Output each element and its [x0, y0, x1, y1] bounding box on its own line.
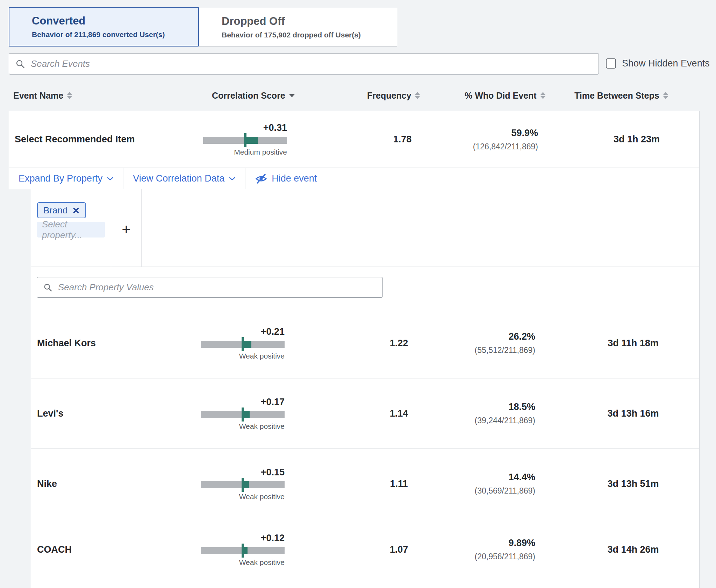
add-property-button[interactable]: + [122, 222, 131, 237]
property-name-cell: COACH [37, 519, 72, 580]
property-name-cell: Levi's [37, 378, 63, 448]
tab-dropped-off[interactable]: Dropped Off Behavior of 175,902 dropped … [199, 8, 397, 47]
column-header-correlation-score[interactable]: Correlation Score [212, 88, 295, 102]
correlation-cell: +0.21 Weak positive [201, 308, 285, 378]
correlation-cell: +0.15 Weak positive [201, 449, 285, 519]
search-icon [15, 59, 25, 69]
search-property-values-box [37, 277, 383, 298]
property-chip-cell: Brand Select property... [31, 189, 111, 267]
time-between-steps-value: 3d 1h 23m [584, 134, 689, 145]
correlation-bar [201, 411, 285, 418]
correlation-bar [201, 341, 285, 348]
frequency-value: 1.11 [364, 479, 434, 489]
hide-event-label: Hide event [272, 173, 317, 184]
column-header-label: Event Name [13, 91, 63, 101]
correlation-value: +0.21 [201, 326, 285, 337]
tab-converted-subtitle: Behavior of 211,869 converted User(s) [32, 30, 198, 39]
main-correlation-segment [245, 137, 258, 144]
column-header-label: Correlation Score [212, 91, 285, 101]
correlation-zero-tick [242, 478, 244, 492]
correlation-zero-tick [242, 544, 244, 558]
search-events-input[interactable] [31, 58, 592, 69]
column-header-percent-who-did-event[interactable]: % Who Did Event [465, 88, 545, 102]
time-between-steps-cell: 3d 13h 16m [581, 378, 686, 448]
property-value-search-area [31, 267, 699, 308]
correlation-strength-label: Weak positive [201, 352, 285, 360]
tab-converted-title: Converted [32, 15, 198, 27]
property-value-rows: Michael Kors +0.21 Weak positive 1.22 26… [31, 308, 699, 580]
property-value-row: Levi's +0.17 Weak positive 1.14 18.5% (3… [31, 378, 699, 449]
correlation-strength-label: Medium positive [203, 148, 287, 156]
correlation-cell: +0.12 Weak positive [201, 519, 285, 580]
tab-dropped-off-subtitle: Behavior of 175,902 dropped off User(s) [222, 31, 397, 39]
frequency-cell: 1.11 [364, 449, 434, 519]
time-between-steps-cell: 3d 13h 51m [581, 449, 686, 519]
time-between-steps-cell: 3d 1h 23m [584, 111, 689, 168]
time-between-steps-value: 3d 13h 51m [581, 479, 686, 489]
correlation-cell: +0.17 Weak positive [201, 378, 285, 448]
view-correlation-data-button[interactable]: View Correlation Data [123, 168, 245, 189]
expand-by-property-button[interactable]: Expand By Property [9, 168, 123, 189]
correlation-zero-tick [242, 337, 244, 351]
percent-cell: 14.4% (30,569/211,869) [430, 449, 535, 519]
percent-cell: 18.5% (39,244/211,869) [430, 378, 535, 448]
expand-by-property-label: Expand By Property [19, 173, 102, 184]
search-events-box [9, 53, 599, 75]
search-property-values-input[interactable] [58, 282, 376, 293]
correlation-zero-tick [244, 133, 246, 147]
column-header-label: % Who Did Event [465, 91, 537, 101]
property-name: Levi's [37, 408, 63, 419]
time-between-steps-cell: 3d 14h 26m [581, 519, 686, 580]
column-header-frequency[interactable]: Frequency [367, 88, 420, 102]
hide-event-button[interactable]: Hide event [245, 168, 326, 189]
percent-value: 59.9% [433, 128, 538, 139]
time-between-steps-cell: 3d 11h 18m [581, 308, 686, 378]
property-name-cell: Michael Kors [37, 308, 96, 378]
eye-slash-icon [255, 173, 267, 184]
correlation-zero-tick [242, 408, 244, 421]
sort-icon [540, 92, 545, 99]
property-chip-brand[interactable]: Brand [37, 202, 86, 218]
time-between-steps-value: 3d 14h 26m [581, 544, 686, 555]
sort-icon [415, 92, 420, 99]
show-hidden-events-toggle[interactable]: Show Hidden Events [606, 58, 710, 69]
event-actions-bar: Expand By Property View Correlation Data… [9, 168, 699, 189]
column-header-label: Time Between Steps [574, 91, 659, 101]
property-name: Nike [37, 479, 57, 489]
sort-icon [67, 92, 72, 99]
property-chip-area: Brand Select property... + [31, 189, 699, 267]
percent-value: 14.4% [430, 472, 535, 483]
expanded-property-panel: Brand Select property... + Micha [31, 189, 700, 588]
tab-converted[interactable]: Converted Behavior of 211,869 converted … [9, 7, 199, 47]
correlation-bar [201, 547, 285, 554]
correlation-strength-label: Weak positive [201, 493, 285, 501]
add-property-cell: + [111, 189, 142, 267]
property-value-row: Nike +0.15 Weak positive 1.11 14.4% (30,… [31, 449, 699, 519]
percent-fraction: (55,512/211,869) [430, 346, 535, 355]
correlation-strength-label: Weak positive [201, 558, 285, 567]
select-property-input[interactable]: Select property... [37, 222, 105, 238]
event-name: Select Recommended Item [15, 134, 135, 145]
time-between-steps-value: 3d 11h 18m [581, 338, 686, 349]
percent-fraction: (20,956/211,869) [430, 552, 535, 561]
next-row-partial [31, 580, 699, 588]
correlation-value: +0.12 [201, 533, 285, 544]
chevron-down-icon [229, 177, 236, 181]
chevron-down-icon [107, 177, 114, 181]
correlation-strength-label: Weak positive [201, 422, 285, 431]
show-hidden-events-checkbox[interactable] [606, 58, 616, 69]
column-header-time-between-steps[interactable]: Time Between Steps [574, 88, 668, 102]
frequency-value: 1.22 [364, 338, 434, 349]
correlation-bar [201, 481, 285, 488]
property-name: Michael Kors [37, 338, 96, 349]
sort-desc-icon [289, 94, 295, 97]
frequency-cell: 1.22 [364, 308, 434, 378]
correlation-cell: +0.31 Medium positive [203, 111, 287, 168]
event-row: Select Recommended Item +0.31 Medium pos… [9, 111, 699, 168]
property-name-cell: Nike [37, 449, 57, 519]
correlation-value: +0.31 [203, 122, 287, 133]
frequency-cell: 1.78 [367, 111, 437, 168]
remove-property-icon[interactable] [72, 207, 80, 214]
column-header-event-name[interactable]: Event Name [13, 88, 72, 102]
show-hidden-events-label: Show Hidden Events [622, 58, 710, 69]
